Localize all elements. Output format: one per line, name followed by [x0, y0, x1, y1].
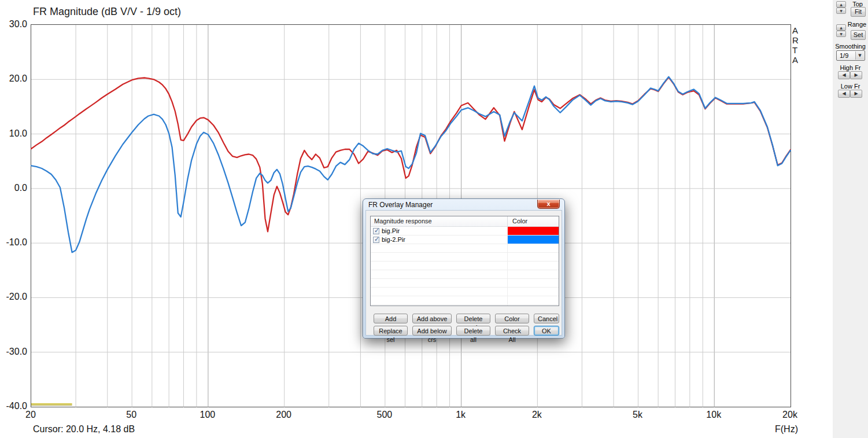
smoothing-dropdown[interactable]: 1/9 ▼: [836, 50, 865, 61]
x-tick-label: 100: [200, 410, 216, 420]
empty-list-row[interactable]: [371, 253, 559, 262]
low-fr-arrows: ◀▶: [838, 90, 862, 98]
low-fr-left-icon[interactable]: ◀: [838, 90, 850, 98]
x-tick-label: 2k: [532, 410, 542, 420]
range-spin-down-icon[interactable]: ▼: [836, 31, 846, 37]
color-swatch-red[interactable]: [508, 227, 559, 235]
y-tick-label: -30.0: [0, 346, 27, 356]
empty-list-row[interactable]: [371, 244, 559, 253]
empty-list-row[interactable]: [371, 270, 559, 279]
low-fr-right-icon[interactable]: ▶: [850, 90, 862, 98]
plot-title: FR Magnitude (dB V/V - 1/9 oct): [33, 6, 181, 18]
empty-list-row[interactable]: [371, 288, 559, 296]
cursor-readout: Cursor: 20.0 Hz, 4.18 dB: [33, 424, 135, 435]
smoothing-label: Smoothing: [833, 43, 868, 50]
column-header-name[interactable]: Magnitude response: [371, 216, 508, 226]
color-swatch-blue[interactable]: [508, 235, 559, 244]
ok-button[interactable]: OK: [534, 326, 559, 336]
dialog-title: FR Overlay Manager: [368, 201, 433, 209]
y-tick-label: 30.0: [0, 19, 27, 30]
cancel-button[interactable]: Cancel: [534, 314, 559, 323]
add-button[interactable]: Add: [374, 314, 408, 323]
delete-all-button[interactable]: Delete all: [456, 326, 490, 336]
range-spinner: ▲ ▼: [836, 24, 846, 37]
y-tick-label: -10.0: [0, 237, 27, 248]
x-tick-label: 200: [276, 410, 291, 420]
list-item-big-2-pir[interactable]: ✓ big-2.Pir: [371, 235, 559, 244]
top-spinner: ▲ ▼: [836, 1, 846, 14]
high-fr-label: High Fr: [833, 64, 868, 71]
checkbox-checked-icon[interactable]: ✓: [373, 228, 379, 234]
overlay-list[interactable]: Magnitude response Color ✓ big.Pir ✓ big…: [370, 216, 559, 306]
top-spin-down-icon[interactable]: ▼: [836, 8, 846, 14]
list-item-big-pir[interactable]: ✓ big.Pir: [371, 227, 559, 235]
arta-watermark: A R T A: [792, 25, 799, 65]
fit-button[interactable]: Fit: [851, 7, 866, 17]
y-tick-label: -40.0: [0, 401, 27, 411]
y-tick-label: 10.0: [0, 128, 27, 138]
top-spin-up-icon[interactable]: ▲: [836, 1, 846, 8]
chevron-down-icon: ▼: [855, 51, 864, 60]
x-tick-label: 500: [376, 410, 392, 420]
empty-list-row[interactable]: [371, 305, 559, 306]
range-label: Range: [847, 21, 867, 28]
y-tick-label: 20.0: [0, 73, 27, 84]
smoothing-value: 1/9: [840, 52, 848, 59]
control-sidebar: ▲ ▼ Top Fit Range ▲ ▼ Set Smoothing 1/9 …: [833, 0, 868, 438]
x-tick-label: 50: [126, 410, 136, 420]
y-tick-label: -20.0: [0, 292, 27, 302]
set-button[interactable]: Set: [851, 30, 866, 40]
overlay-name: big-2.Pir: [382, 236, 405, 243]
x-tick-label: 20k: [782, 410, 797, 420]
x-tick-label: 5k: [633, 410, 642, 420]
x-tick-label: 10k: [706, 410, 721, 420]
empty-list-row[interactable]: [371, 279, 559, 288]
column-header-color[interactable]: Color: [508, 216, 559, 226]
add-above-crs-button[interactable]: Add above crs: [412, 314, 452, 323]
close-icon[interactable]: x: [537, 200, 560, 209]
delete-sel-button[interactable]: Delete sel: [456, 314, 490, 323]
high-fr-right-icon[interactable]: ▶: [850, 71, 862, 79]
empty-list-row[interactable]: [371, 296, 559, 305]
empty-list-row[interactable]: [371, 262, 559, 270]
range-spin-up-icon[interactable]: ▲: [836, 24, 846, 31]
dialog-client-area: Magnitude response Color ✓ big.Pir ✓ big…: [365, 210, 562, 336]
high-fr-arrows: ◀▶: [838, 71, 862, 79]
high-fr-left-icon[interactable]: ◀: [838, 71, 850, 79]
checkbox-checked-icon[interactable]: ✓: [373, 237, 379, 243]
x-axis-unit-label: F(Hz): [775, 424, 798, 435]
overlay-name: big.Pir: [382, 227, 400, 234]
x-tick-label: 1k: [456, 410, 466, 420]
color-button[interactable]: Color: [495, 314, 529, 323]
fr-overlay-manager-dialog[interactable]: FR Overlay Manager x Magnitude response …: [363, 198, 565, 338]
overlay-list-header: Magnitude response Color: [371, 216, 559, 227]
replace-sel-button[interactable]: Replace sel: [374, 326, 408, 336]
low-fr-label: Low Fr: [833, 83, 868, 90]
check-all-button[interactable]: Check All: [495, 326, 529, 336]
add-below-crs-button[interactable]: Add below crs: [412, 326, 452, 336]
y-tick-label: 0.0: [0, 182, 27, 193]
x-tick-label: 20: [25, 410, 36, 420]
